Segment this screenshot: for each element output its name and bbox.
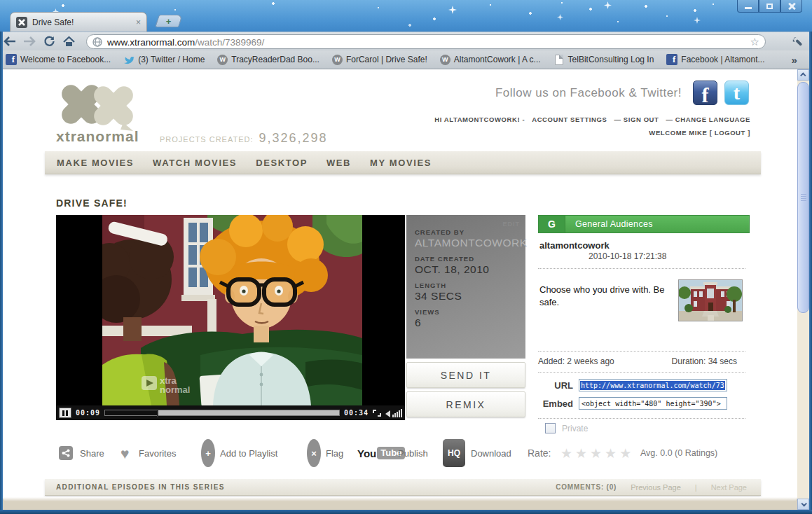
back-button[interactable] xyxy=(0,34,20,49)
page-bottom-margin xyxy=(3,497,797,510)
bookmark-item[interactable]: TelBitConsulting Log In xyxy=(553,54,654,65)
created-by-value[interactable]: ALTAMONTCOWORK xyxy=(415,237,518,249)
add-playlist-icon[interactable]: + xyxy=(201,439,215,467)
scroll-up-button[interactable] xyxy=(797,69,809,81)
wordpress-icon: W xyxy=(217,55,228,65)
action-bar: Share ♥ Favorites + Add to Playlist × Fl… xyxy=(3,439,761,467)
bookmarks-bar: f Welcome to Facebook... (3) Twitter / H… xyxy=(0,50,812,69)
browser-tab[interactable]: Drive Safe! × xyxy=(10,12,147,32)
vertical-scrollbar[interactable] xyxy=(797,69,809,510)
scrollbar-thumb[interactable] xyxy=(797,82,809,313)
total-time: 00:34 xyxy=(344,409,369,417)
download-label[interactable]: Download xyxy=(471,439,511,467)
logo-wordmark[interactable]: xtranormal xyxy=(56,128,139,145)
remix-button[interactable]: REMIX xyxy=(406,391,525,417)
comments-count[interactable]: COMMENTS: (0) xyxy=(556,483,617,491)
hq-icon[interactable]: HQ xyxy=(443,439,465,467)
settings-menu-button[interactable] xyxy=(790,35,805,49)
nav-watch-movies[interactable]: WATCH MOVIES xyxy=(153,158,237,168)
maximize-button[interactable] xyxy=(759,0,780,13)
minimize-icon xyxy=(745,7,752,9)
wordpress-icon: W xyxy=(332,55,343,65)
url-input[interactable]: http://www.xtranormal.com/watch/73 xyxy=(579,379,727,391)
edit-link[interactable]: EDIT xyxy=(502,221,520,228)
close-button[interactable] xyxy=(780,0,802,13)
seek-bar[interactable] xyxy=(104,410,340,416)
bookmark-label: TelBitConsulting Log In xyxy=(568,55,654,64)
bookmark-label: AltamontCowork | A c... xyxy=(454,55,541,64)
url-label: URL xyxy=(539,380,579,391)
player-controls: 00:09 00:34 xyxy=(56,405,405,420)
bookmark-item[interactable]: W AltamontCowork | A c... xyxy=(440,55,541,65)
address-bar[interactable]: www.xtranormal.com/watch/7389969/ ☆ xyxy=(86,34,766,49)
facebook-icon[interactable]: f xyxy=(693,81,717,105)
bookmark-item[interactable]: W ForCarol | Drive Safe! xyxy=(332,55,427,65)
new-tab-button[interactable]: + xyxy=(155,15,183,27)
scroll-down-button[interactable] xyxy=(797,499,809,510)
titlebar: Drive Safe! × + xyxy=(0,0,812,32)
previous-page-link[interactable]: Previous Page xyxy=(631,483,681,492)
average-rating-label: Avg. 0.0 (0 Ratings) xyxy=(640,439,717,467)
publish-label[interactable]: Publish xyxy=(398,439,428,467)
nav-make-movies[interactable]: MAKE MOVIES xyxy=(57,158,134,168)
share-label[interactable]: Share xyxy=(80,439,104,467)
forward-button[interactable] xyxy=(20,34,39,49)
bookmark-star-icon[interactable]: ☆ xyxy=(750,36,759,47)
projects-counter: PROJECTS CREATED: 9,326,298 xyxy=(160,131,328,146)
heart-icon[interactable]: ♥ xyxy=(121,439,129,467)
follow-text: Follow us on Facebook & Twitter! xyxy=(495,86,682,100)
bookmark-item[interactable]: f Facebook | Altamont... xyxy=(666,54,764,65)
twitter-icon[interactable]: t xyxy=(724,81,749,105)
video-player[interactable]: xtra normal 00:09 00:34 xyxy=(56,215,405,420)
rating-stars[interactable]: ★★★★★ xyxy=(560,439,634,467)
add-playlist-label[interactable]: Add to Playlist xyxy=(220,439,277,467)
scroll-up-icon xyxy=(800,72,806,78)
sign-out-link[interactable]: — SIGN OUT xyxy=(614,116,659,123)
thumbnail-image xyxy=(679,280,742,321)
nav-desktop[interactable]: DESKTOP xyxy=(256,158,308,168)
send-it-button[interactable]: SEND IT xyxy=(406,362,525,388)
star-decoration xyxy=(557,14,563,20)
page-content: xtranormal PROJECTS CREATED: 9,326,298 F… xyxy=(3,69,809,510)
welcome-logout-link[interactable]: WELCOME MIKE [ LOGOUT ] xyxy=(649,129,750,137)
playhead[interactable] xyxy=(157,409,158,417)
back-icon xyxy=(4,36,16,46)
bookmark-item[interactable]: f Welcome to Facebook... xyxy=(6,54,111,65)
window-controls xyxy=(737,0,802,13)
nav-my-movies[interactable]: MY MOVIES xyxy=(370,158,432,168)
fullscreen-button[interactable] xyxy=(373,410,381,417)
bookmark-item[interactable]: (3) Twitter / Home xyxy=(123,54,205,65)
browser-toolbar: www.xtranormal.com/watch/7389969/ ☆ xyxy=(0,32,812,50)
embed-input[interactable]: <object width="480" height="390"> xyxy=(579,397,727,410)
site-nav: MAKE MOVIES WATCH MOVIES DESKTOP WEB MY … xyxy=(45,151,761,174)
volume-control[interactable] xyxy=(385,409,402,417)
private-checkbox[interactable] xyxy=(545,423,556,433)
home-button[interactable] xyxy=(59,34,78,49)
share-button[interactable] xyxy=(59,439,73,467)
pause-button[interactable] xyxy=(59,408,71,418)
nav-web[interactable]: WEB xyxy=(326,158,351,168)
video-description: Choose who you drive with. Be safe. xyxy=(539,284,677,308)
bookmarks-overflow-icon[interactable]: » xyxy=(792,54,797,66)
divider xyxy=(538,372,745,373)
next-page-link[interactable]: Next Page xyxy=(711,483,747,492)
greeting-text: HI ALTAMONTCOWORK! - xyxy=(434,116,525,123)
bookmark-item[interactable]: W TracyReaderDad Boo... xyxy=(217,55,319,65)
favorites-label[interactable]: Favorites xyxy=(139,439,176,467)
tab-close-icon[interactable]: × xyxy=(136,18,141,27)
video-thumbnail[interactable] xyxy=(678,279,743,321)
author-link[interactable]: altamontcowork xyxy=(539,240,610,251)
flag-icon[interactable]: × xyxy=(307,439,321,467)
reload-button[interactable] xyxy=(39,34,59,49)
bookmark-label: ForCarol | Drive Safe! xyxy=(346,55,427,64)
change-language-link[interactable]: — CHANGE LANGUAGE xyxy=(666,116,750,123)
flag-label[interactable]: Flag xyxy=(326,439,343,467)
footer-bar: ADDITIONAL EPISODES IN THIS SERIES COMME… xyxy=(45,479,761,496)
account-settings-link[interactable]: ACCOUNT SETTINGS xyxy=(532,116,607,123)
browser-window: Drive Safe! × + xyxy=(0,0,812,514)
minimize-button[interactable] xyxy=(737,0,759,13)
url-input-value: http://www.xtranormal.com/watch/73 xyxy=(580,381,725,390)
private-row: Private xyxy=(545,423,588,433)
url-text[interactable]: www.xtranormal.com/watch/7389969/ xyxy=(107,36,264,48)
tab-title: Drive Safe! xyxy=(32,18,131,27)
